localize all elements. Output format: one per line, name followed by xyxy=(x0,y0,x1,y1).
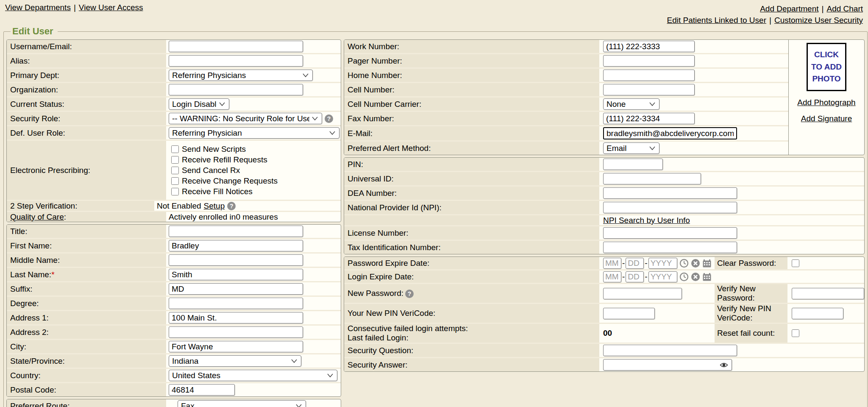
username-input[interactable] xyxy=(169,41,303,52)
current-status-select[interactable]: Login Disabled xyxy=(169,98,229,110)
degree-input[interactable] xyxy=(169,298,303,309)
login-expire-yyyy-input[interactable] xyxy=(648,271,677,282)
clear-date-icon[interactable] xyxy=(691,272,700,282)
receive-fill-notices-option[interactable]: Receive Fill Notices xyxy=(171,186,278,197)
table-row: Username/Email: xyxy=(7,40,341,54)
clear-password-checkbox[interactable] xyxy=(792,259,799,267)
pin-vericode-input[interactable] xyxy=(603,308,655,319)
receive-change-requests-option[interactable]: Receive Change Requests xyxy=(171,176,278,186)
view-departments-link[interactable]: View Departments xyxy=(5,3,71,12)
npi-input[interactable] xyxy=(603,202,737,213)
user-identity-box: Username/Email: Alias: Primary Dept: Ref… xyxy=(6,39,341,222)
chevron-down-icon xyxy=(649,146,655,150)
alias-input[interactable] xyxy=(169,55,303,67)
receive-refill-requests-label: Receive Refill Requests xyxy=(182,155,267,164)
add-photograph-link[interactable]: Add Photograph xyxy=(797,98,855,107)
primary-dept-value: Referring Physicians xyxy=(172,71,246,80)
clear-password-label: Clear Password: xyxy=(717,259,787,268)
send-new-scripts-checkbox[interactable] xyxy=(171,145,179,153)
middle-name-input[interactable] xyxy=(169,254,303,266)
country-select[interactable]: United States xyxy=(169,370,337,381)
cell-carrier-select[interactable]: None xyxy=(603,98,659,110)
add-department-link[interactable]: Add Department xyxy=(760,4,818,13)
cell-number-input[interactable] xyxy=(603,84,695,95)
table-row: Cell Number Carrier: None xyxy=(344,98,788,112)
last-name-input[interactable] xyxy=(169,269,303,280)
pager-number-input[interactable] xyxy=(603,55,695,67)
clock-icon[interactable] xyxy=(679,259,689,268)
preferred-route-select[interactable]: Fax xyxy=(178,400,306,407)
home-number-input[interactable] xyxy=(603,70,695,81)
help-icon[interactable]: ? xyxy=(227,202,236,210)
universal-id-input[interactable] xyxy=(603,173,701,184)
chevron-down-icon xyxy=(303,73,309,77)
edit-patients-linked-link[interactable]: Edit Patients Linked to User xyxy=(667,16,766,25)
state-select[interactable]: Indiana xyxy=(169,355,301,367)
password-expire-yyyy-input[interactable] xyxy=(648,258,677,269)
alert-method-select[interactable]: Email xyxy=(603,142,659,154)
security-question-input[interactable] xyxy=(603,345,737,356)
npi-search-link[interactable]: NPI Search by User Info xyxy=(603,216,690,225)
clear-date-icon[interactable] xyxy=(691,259,700,268)
reset-fail-count-checkbox[interactable] xyxy=(792,329,799,337)
password-expire-dd-input[interactable] xyxy=(626,258,644,269)
alias-label: Alias: xyxy=(10,56,166,66)
table-row: Country: United States xyxy=(7,369,341,383)
send-cancel-rx-option[interactable]: Send Cancel Rx xyxy=(171,165,278,176)
organization-input[interactable] xyxy=(169,84,303,95)
country-label: Country: xyxy=(10,371,166,380)
login-expire-dd-input[interactable] xyxy=(626,271,644,282)
primary-dept-select[interactable]: Referring Physicians xyxy=(169,70,313,81)
security-answer-input[interactable] xyxy=(603,359,732,371)
table-row: First Name: xyxy=(7,239,341,254)
npi-label: National Provider Id (NPI): xyxy=(348,203,599,212)
help-icon[interactable]: ? xyxy=(405,290,414,298)
receive-refill-requests-checkbox[interactable] xyxy=(171,156,179,164)
verify-pin-vericode-input[interactable] xyxy=(792,308,843,319)
table-row: Preferred Alert Method: Email xyxy=(344,142,788,155)
def-user-role-select[interactable]: Referring Physician xyxy=(169,127,339,139)
two-step-setup-link[interactable]: Setup xyxy=(204,201,225,211)
name-address-box: Title: First Name: Middle Name: Last Nam… xyxy=(6,224,341,397)
password-expire-mm-input[interactable] xyxy=(603,258,621,269)
add-chart-link[interactable]: Add Chart xyxy=(826,4,863,13)
calendar-icon[interactable] xyxy=(702,272,712,282)
verify-new-password-input[interactable] xyxy=(792,288,864,299)
postal-code-input[interactable] xyxy=(169,384,235,396)
dea-number-input[interactable] xyxy=(603,187,737,199)
title-input[interactable] xyxy=(169,226,303,237)
receive-fill-notices-checkbox[interactable] xyxy=(171,188,179,195)
calendar-icon[interactable] xyxy=(702,259,712,268)
chevron-down-icon xyxy=(312,117,318,120)
login-expire-mm-input[interactable] xyxy=(603,271,621,282)
add-signature-link[interactable]: Add Signature xyxy=(801,114,852,123)
send-new-scripts-option[interactable]: Send New Scripts xyxy=(171,144,278,154)
receive-refill-requests-option[interactable]: Receive Refill Requests xyxy=(171,154,278,165)
quality-of-care-link[interactable]: Quality of Care xyxy=(10,212,64,221)
tax-id-input[interactable] xyxy=(603,242,737,253)
first-name-input[interactable] xyxy=(169,240,303,251)
email-input[interactable] xyxy=(603,127,737,139)
view-user-access-link[interactable]: View User Access xyxy=(79,3,143,12)
customize-user-security-link[interactable]: Customize User Security xyxy=(774,16,863,25)
dea-number-label: DEA Number: xyxy=(348,189,599,198)
receive-change-requests-checkbox[interactable] xyxy=(171,177,179,185)
chevron-down-icon xyxy=(291,359,297,363)
address2-input[interactable] xyxy=(169,326,303,338)
clock-icon[interactable] xyxy=(679,272,689,282)
city-input[interactable] xyxy=(169,341,303,352)
login-expire-label: Login Expire Date: xyxy=(348,272,599,282)
license-number-input[interactable] xyxy=(603,227,737,239)
pin-input[interactable] xyxy=(603,159,663,170)
send-cancel-rx-checkbox[interactable] xyxy=(171,167,179,174)
suffix-input[interactable] xyxy=(169,283,303,295)
eye-icon[interactable] xyxy=(720,362,728,368)
address1-input[interactable] xyxy=(169,312,303,323)
help-icon[interactable]: ? xyxy=(325,114,333,123)
new-password-input[interactable] xyxy=(603,288,682,299)
identifiers-box: PIN: Universal ID: DEA Number: National … xyxy=(344,157,865,254)
security-role-select[interactable]: -- WARNING: No Security Role for User! -… xyxy=(169,113,322,124)
fax-number-input[interactable] xyxy=(603,113,695,124)
work-number-input[interactable] xyxy=(603,41,695,52)
add-photo-box[interactable]: CLICK TO ADD PHOTO xyxy=(807,43,846,91)
